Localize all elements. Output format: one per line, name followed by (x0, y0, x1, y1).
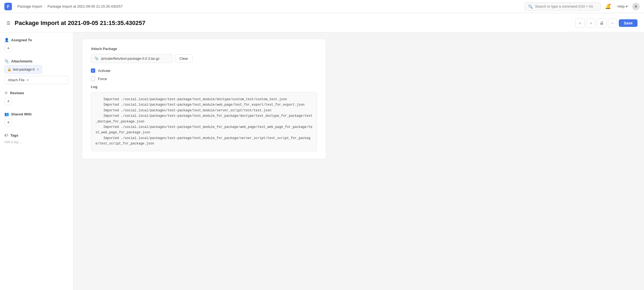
form-card: Attach Package 📎 /private/files/test-pac… (82, 39, 326, 159)
tags-section: 🏷 Tags Add a tag ... (4, 133, 69, 144)
attach-file-button[interactable]: Attach File + (4, 76, 69, 84)
assigned-to-icon: 👤 (4, 38, 9, 42)
save-button[interactable]: Save (619, 19, 637, 27)
header-actions: ‹ › 🖨 ··· Save (575, 18, 637, 28)
app-logo[interactable]: F (4, 3, 12, 10)
attachment-name: test-package-0 (13, 68, 34, 71)
prev-button[interactable]: ‹ (575, 18, 585, 28)
log-content: Imported ./social.local/packages/test-pa… (91, 92, 317, 151)
page-header: ☰ Package Import at 2021-09-05 21:15:35.… (0, 13, 644, 32)
user-avatar[interactable]: A (632, 3, 640, 10)
help-chevron-icon: ▾ (626, 4, 628, 8)
next-button[interactable]: › (586, 18, 595, 28)
help-menu[interactable]: Help ▾ (615, 3, 630, 10)
attach-file-plus-icon: + (27, 78, 29, 82)
paperclip-icon: 📎 (94, 56, 99, 61)
tags-label: Tags (10, 133, 18, 137)
more-options-button[interactable]: ··· (608, 18, 617, 28)
lock-icon: 🔒 (7, 68, 11, 71)
notification-dot (609, 4, 611, 6)
assigned-to-label: Assigned To (11, 38, 32, 42)
shared-with-section: 👥 Shared With + (4, 112, 69, 127)
search-icon: 🔍 (528, 4, 533, 9)
attachments-section: 📎 Attachments 🔒 test-package-0 × Attach … (4, 59, 69, 84)
help-label: Help (617, 4, 625, 8)
content-area: Attach Package 📎 /private/files/test-pac… (73, 32, 644, 290)
top-navigation: F › Package Import › Package Import at 2… (0, 0, 644, 13)
breadcrumb-chevron-1: › (14, 5, 15, 8)
attach-file-label: Attach File (8, 78, 24, 82)
breadcrumb-current[interactable]: Package Import at 2021-09-05 21:15:35.43… (47, 4, 123, 8)
attach-package-label: Attach Package (91, 47, 317, 51)
remove-attachment-button[interactable]: × (37, 67, 39, 72)
breadcrumb-chevron-2: › (44, 5, 45, 8)
add-assigned-to-button[interactable]: + (4, 44, 12, 52)
force-row: Force (91, 77, 317, 81)
tags-icon: 🏷 (4, 133, 8, 137)
search-input[interactable] (535, 4, 597, 8)
attachments-icon: 📎 (4, 59, 9, 63)
activate-label: Activate (98, 69, 110, 73)
file-path: /private/files/test-package-0.0.3.tar.gz (101, 56, 160, 61)
force-checkbox[interactable] (91, 77, 95, 81)
reviews-section: ☆ Reviews + (4, 91, 69, 105)
shared-with-icon: 👥 (4, 112, 9, 116)
add-tag-input[interactable]: Add a tag ... (4, 140, 69, 144)
attachment-chip: 🔒 test-package-0 × (4, 65, 42, 74)
activate-row: Activate (91, 68, 317, 73)
reviews-icon: ☆ (4, 91, 8, 95)
notifications-bell[interactable]: 🔔 (605, 4, 611, 10)
print-button[interactable]: 🖨 (597, 18, 606, 28)
add-shared-with-button[interactable]: + (4, 118, 12, 127)
file-display: 📎 /private/files/test-package-0.0.3.tar.… (91, 54, 172, 63)
global-search[interactable]: 🔍 (525, 2, 601, 11)
breadcrumb-package-import[interactable]: Package Import (17, 4, 42, 8)
clear-button[interactable]: Clear (175, 54, 193, 63)
reviews-label: Reviews (10, 91, 24, 95)
attachments-label: Attachments (11, 59, 33, 63)
activate-checkbox[interactable] (91, 68, 95, 73)
force-label: Force (98, 77, 107, 81)
assigned-to-section: 👤 Assigned To + (4, 38, 69, 52)
log-label: Log (91, 85, 317, 89)
add-review-button[interactable]: + (4, 97, 12, 105)
file-input-row: 📎 /private/files/test-package-0.0.3.tar.… (91, 54, 317, 63)
sidebar: 👤 Assigned To + 📎 Attachments 🔒 test-pac… (0, 32, 73, 290)
main-layout: 👤 Assigned To + 📎 Attachments 🔒 test-pac… (0, 32, 644, 290)
hamburger-icon[interactable]: ☰ (7, 21, 10, 26)
shared-with-label: Shared With (11, 112, 32, 116)
page-title: Package Import at 2021-09-05 21:15:35.43… (15, 20, 572, 27)
